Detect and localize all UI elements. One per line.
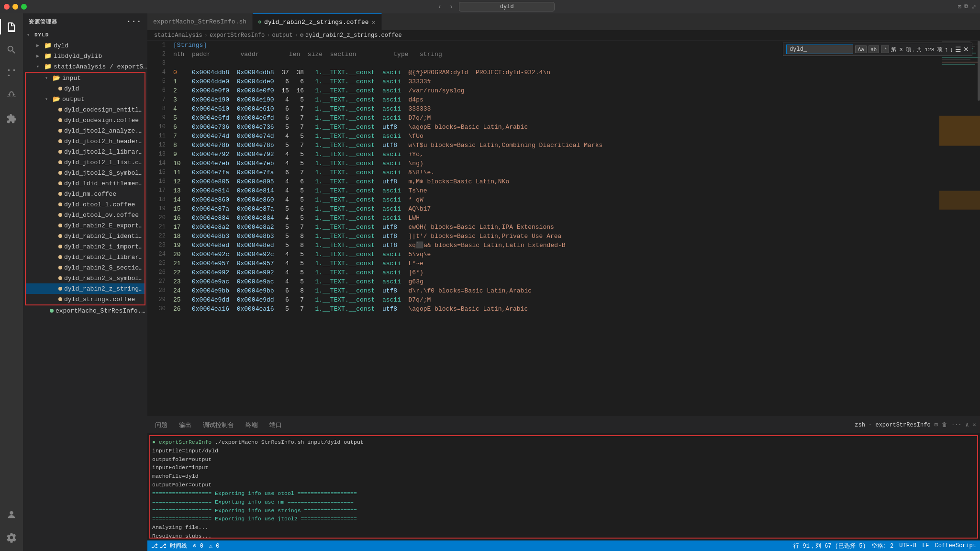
- maximize-button[interactable]: [21, 4, 27, 10]
- find-prev-btn[interactable]: ↑: [945, 45, 948, 53]
- panel-tab-ports[interactable]: 端口: [266, 419, 286, 431]
- tree-item-jtool2-list[interactable]: dyld_jtool2_l_list.coffee: [26, 157, 145, 168]
- tree-item-codesign-xml[interactable]: dyld_codesign_entitlement.xml: [26, 104, 145, 115]
- tree-item-dyld-file[interactable]: dyld: [26, 83, 145, 94]
- tree-item-otool-ov[interactable]: dyld_otool_ov.coffee: [26, 210, 145, 220]
- find-regex-btn[interactable]: .*: [881, 45, 889, 53]
- split-icon[interactable]: ⧉: [964, 3, 969, 10]
- panel-tab-debug[interactable]: 调试控制台: [199, 419, 238, 431]
- panel-tab-problems[interactable]: 问题: [151, 419, 171, 431]
- tree-item-rabin2-z[interactable]: dyld_rabin2_z_strings.coffee: [26, 283, 145, 294]
- tree-item-output[interactable]: ▾ 📂 output: [26, 94, 145, 104]
- find-next-btn[interactable]: ↓: [950, 45, 953, 53]
- svg-rect-15: [942, 64, 975, 65]
- tree-item-jtool2-s[interactable]: dyld_jtool2_S_symbol.coffee: [26, 168, 145, 178]
- find-input[interactable]: [786, 45, 853, 54]
- file-dot: [58, 192, 62, 196]
- tree-item-rabin2-i-imp[interactable]: dyld_rabin2_i_imports.coffee: [26, 241, 145, 252]
- tab-close-icon[interactable]: ✕: [372, 18, 376, 26]
- find-matchcase-btn[interactable]: Aa: [855, 45, 866, 53]
- sidebar-more-icon[interactable]: ···: [126, 17, 142, 26]
- status-eol[interactable]: LF: [922, 542, 929, 549]
- activity-git[interactable]: [0, 61, 23, 84]
- tab-rabin2-z[interactable]: ⚙ dyld_rabin2_z_strings.coffee ✕: [253, 13, 382, 30]
- activity-extensions[interactable]: [0, 107, 23, 130]
- activity-files[interactable]: [0, 15, 23, 38]
- status-warnings[interactable]: ⚠ 0: [209, 542, 220, 550]
- status-line-col[interactable]: 行 91，列 67 (已选择 5): [793, 542, 866, 550]
- status-branch[interactable]: ⎇ ⎇ 时间线: [151, 542, 187, 550]
- terminal-more-icon[interactable]: ···: [951, 422, 962, 428]
- tree-item-codesign-coffee[interactable]: dyld_codesign.coffee: [26, 115, 145, 125]
- tree-item-jtool2-l[interactable]: dyld_jtool2_l_library.coffee: [26, 146, 145, 157]
- tree-item-export-sh[interactable]: exportMacho_StrResInfo.sh: [23, 305, 147, 316]
- activity-debug[interactable]: [0, 84, 23, 107]
- code-line-9: 9 5 0x0004e6fd 0x0004e6fd 6 7 1.__TEXT._…: [147, 113, 939, 123]
- breadcrumb-filename: dyld_rabin2_z_strings.coffee: [305, 32, 402, 39]
- minimize-button[interactable]: [12, 4, 18, 10]
- file-dot: [58, 160, 62, 164]
- panel-content-area: ● exportStrResInfo ./exportMacho_StrResI…: [147, 433, 980, 540]
- tree-item-otool-l[interactable]: dyld_otool_l.coffee: [26, 199, 145, 210]
- activity-search[interactable]: [0, 38, 23, 61]
- tree-item-jtool2-analyze[interactable]: dyld_jtool2_analyze.coffee: [26, 125, 145, 136]
- tree-item-rabin2-l[interactable]: dyld_rabin2_l_libraries.coffee: [26, 252, 145, 262]
- layout-icon[interactable]: ⊡: [958, 3, 961, 11]
- find-wholeword-btn[interactable]: ab: [869, 45, 879, 53]
- panel-close-icon[interactable]: ✕: [973, 421, 976, 428]
- tree-item-ldid-xml[interactable]: dyld_ldid_entitlement.xml: [26, 178, 145, 189]
- tree-item-rabin2-e[interactable]: dyld_rabin2_E_exports.coffee: [26, 220, 145, 231]
- status-spaces[interactable]: 空格: 2: [872, 542, 894, 550]
- close-button[interactable]: [4, 4, 10, 10]
- breadcrumb-static: staticAnalysis: [154, 32, 202, 39]
- panel-tab-output[interactable]: 输出: [175, 419, 195, 431]
- file-dot: [58, 181, 62, 185]
- tree-item-input[interactable]: ▾ 📂 input: [26, 73, 145, 83]
- panel-collapse-icon[interactable]: ∧: [966, 421, 969, 428]
- tree-item-rabin2-s-sec[interactable]: dyld_rabin2_S_sections.coffee: [26, 262, 145, 273]
- folder-icon-staticanalysis: 📁: [44, 63, 52, 70]
- tree-item-jtool2-h[interactable]: dyld_jtool2_h_header.coffee: [26, 136, 145, 146]
- minimap[interactable]: [939, 41, 980, 416]
- fullscreen-icon[interactable]: ⤢: [971, 3, 976, 11]
- file-dot-dyld: [58, 87, 62, 90]
- file-dot: [58, 202, 62, 206]
- title-bar-right: ⊡ ⧉ ⤢: [958, 3, 976, 11]
- tree-item-nm[interactable]: dyld_nm.coffee: [26, 189, 145, 199]
- tree-arrow: ▾: [27, 32, 34, 38]
- tab-export-sh[interactable]: exportMacho_StrResInfo.sh: [147, 13, 253, 30]
- editor-scroll[interactable]: 1 [Strings] 2 nth paddr vaddr len size s…: [147, 41, 939, 416]
- tree-item-dyld[interactable]: ▶ 📁 dyld: [23, 40, 147, 51]
- panel-tab-terminal[interactable]: 终端: [242, 419, 262, 431]
- tab-bar: exportMacho_StrResInfo.sh ⚙ dyld_rabin2_…: [147, 13, 980, 30]
- nav-back-button[interactable]: ‹: [435, 3, 443, 11]
- nav-forward-button[interactable]: ›: [447, 3, 455, 11]
- status-errors[interactable]: ⊗ 0: [193, 542, 203, 550]
- file-dot: [58, 150, 62, 154]
- file-dot: [58, 255, 62, 259]
- terminal-split-icon[interactable]: ⊡: [935, 421, 938, 428]
- find-menu-btn[interactable]: ☰: [955, 45, 961, 53]
- tree-item-libdyld[interactable]: ▶ 📁 libdyld_dylib: [23, 51, 147, 61]
- tree-item-rabin2-s-sym[interactable]: dyld_rabin2_s_symbols.coffee: [26, 273, 145, 283]
- status-encoding[interactable]: UTF-8: [899, 542, 916, 549]
- global-search-bar[interactable]: dyld: [459, 2, 555, 11]
- find-close-btn[interactable]: ✕: [963, 45, 969, 53]
- activity-account[interactable]: [0, 503, 23, 526]
- tree-label: dyld_rabin2_s_symbols.coffee: [64, 275, 145, 282]
- tree-item-staticanalysis[interactable]: ▾ 📁 staticAnalysis / exportStrResInfo: [23, 61, 147, 72]
- main-layout: 资源管理器 ··· ▾ DYLD ▶ 📁 dyld ▶ 📁 libdyld_dy…: [0, 13, 980, 551]
- terminal-trash-icon[interactable]: 🗑: [942, 421, 947, 428]
- tree-item-strings[interactable]: dyld_strings.coffee: [26, 294, 145, 304]
- terminal-content[interactable]: ● exportStrResInfo ./exportMacho_StrResI…: [149, 435, 978, 539]
- tree-item-rabin2-i-ident[interactable]: dyld_rabin2_I_identification.coffee: [26, 231, 145, 241]
- tree-root-dyld[interactable]: ▾ DYLD: [23, 30, 147, 40]
- tree-label: dyld_jtool2_l_library.coffee: [64, 148, 145, 156]
- svg-point-3: [10, 511, 13, 515]
- activity-settings[interactable]: [0, 526, 23, 549]
- terminal-line-5: machoFile=dyld: [152, 472, 975, 481]
- status-left: ⎇ ⎇ 时间线 ⊗ 0 ⚠ 0: [151, 542, 219, 550]
- status-language[interactable]: CoffeeScript: [935, 542, 976, 549]
- tree-label: dyld_rabin2_l_libraries.coffee: [64, 254, 145, 261]
- branch-name: ⎇ 时间线: [160, 542, 187, 550]
